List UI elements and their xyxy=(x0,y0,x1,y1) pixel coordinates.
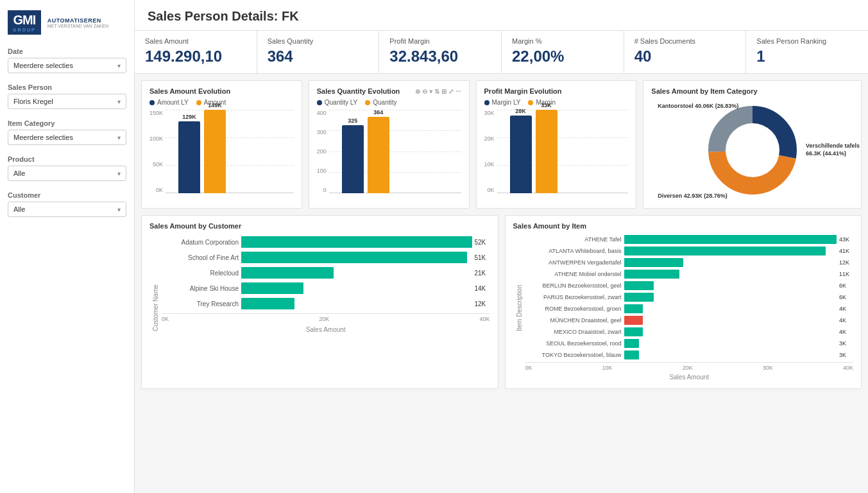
logo-tagline: MET VERSTAND VAN ZAKEN xyxy=(47,24,108,28)
filter-product-value: Alle xyxy=(13,169,25,177)
filter-customer: Customer Alle ▾ xyxy=(8,191,126,217)
chart-profit-margin-title: Profit Margin Evolution xyxy=(484,87,629,95)
logo-gmi: GMI xyxy=(13,13,35,28)
filter-item-category-label: Item Category xyxy=(8,119,126,127)
kpi-sales-amount-value: 149.290,10 xyxy=(145,48,246,65)
page-title: Sales Person Details: FK xyxy=(148,9,855,24)
kpi-margin-pct-value: 22,00% xyxy=(512,48,613,65)
filter-item-category: Item Category Meerdere selecties ▾ xyxy=(8,119,126,145)
kpi-sales-docs-label: # Sales Documents xyxy=(634,37,736,45)
view-icon[interactable]: ▾ xyxy=(429,88,432,95)
filter-customer-select[interactable]: Alle ▾ xyxy=(8,202,126,217)
customer-x-axis-label: Sales Amount xyxy=(162,326,490,333)
filter-date-label: Date xyxy=(8,48,126,55)
customer-bar-label: School of Fine Art xyxy=(162,254,239,261)
chevron-down-icon-5: ▾ xyxy=(117,206,121,213)
chart-profit-margin-evolution: Profit Margin Evolution Margin LY Margin… xyxy=(476,80,637,209)
filter-date-value: Meerdere selecties xyxy=(13,62,73,69)
kpi-sales-quantity-value: 364 xyxy=(268,48,369,65)
logo-automatiseren: AUTOMATISEREN xyxy=(47,17,108,24)
filter-item-category-select[interactable]: Meerdere selecties ▾ xyxy=(8,130,126,145)
chevron-down-icon: ▾ xyxy=(117,62,121,69)
filter-icon[interactable]: ⊖ xyxy=(422,88,427,95)
kpi-sales-quantity-label: Sales Quantity xyxy=(268,37,369,45)
ellipsis-icon[interactable]: ··· xyxy=(455,88,461,95)
chart-sales-amount-evolution: Sales Amount Evolution Amount LY Amount … xyxy=(141,80,302,209)
filter-customer-label: Customer xyxy=(8,191,126,199)
filter-item-category-value: Meerdere selecties xyxy=(13,134,73,141)
filter-product-label: Product xyxy=(8,155,126,163)
filter-customer-value: Alle xyxy=(13,205,25,213)
filter-sales-person-label: Sales Person xyxy=(8,83,126,91)
chart-sales-qty-legend: Quantity LY Quantity xyxy=(317,99,461,106)
chart-sales-amount-evolution-title: Sales Amount Evolution xyxy=(149,87,294,95)
kpi-sales-amount: Sales Amount 149.290,10 xyxy=(135,31,257,73)
svg-point-3 xyxy=(726,123,779,177)
kpi-sales-amount-label: Sales Amount xyxy=(145,37,246,45)
item-y-axis-label: Item Description xyxy=(513,234,525,382)
donut-chart xyxy=(701,99,804,202)
main-content: Sales Person Details: FK Sales Amount 14… xyxy=(135,0,868,493)
kpi-sales-docs: # Sales Documents 40 xyxy=(624,31,747,73)
search-icon[interactable]: ⊕ xyxy=(415,88,420,95)
filter-date-select[interactable]: Meerdere selecties ▾ xyxy=(8,58,126,73)
chart-sales-by-category: Sales Amount by Item Category xyxy=(643,80,862,209)
kpi-margin-pct-label: Margin % xyxy=(512,37,613,45)
chart-sales-by-category-title: Sales Amount by Item Category xyxy=(651,87,853,95)
expand-icon[interactable]: ⤢ xyxy=(448,88,454,95)
chart-sales-by-customer-title: Sales Amount by Customer xyxy=(149,222,490,230)
table-icon[interactable]: ⊞ xyxy=(441,88,447,95)
filter-sales-person-value: Floris Kregel xyxy=(13,98,53,105)
kpi-profit-margin-value: 32.843,60 xyxy=(389,48,491,65)
page-header: Sales Person Details: FK xyxy=(135,0,868,31)
filter-product-select[interactable]: Alle ▾ xyxy=(8,166,126,181)
customer-bar-label: Relecloud xyxy=(162,270,239,277)
filter-date: Date Meerdere selecties ▾ xyxy=(8,48,126,73)
kpi-profit-margin-label: Profit Margin xyxy=(389,37,491,45)
item-x-axis-label: Sales Amount xyxy=(525,374,854,381)
kpi-ranking-value: 1 xyxy=(756,48,858,65)
chart-sales-qty-title: Sales Quantity Evolution ⊕ ⊖ ▾ ⇅ ⊞ ⤢ ··· xyxy=(317,87,461,95)
chevron-down-icon-2: ▾ xyxy=(117,98,121,105)
customer-bar-label: Alpine Ski House xyxy=(162,285,239,292)
kpi-sales-docs-value: 40 xyxy=(634,48,736,65)
filter-sales-person: Sales Person Floris Kregel ▾ xyxy=(8,83,126,109)
sort-icon[interactable]: ⇅ xyxy=(434,88,439,95)
chart-sales-by-item-title: Sales Amount by Item xyxy=(513,222,854,230)
chart-sales-by-item: Sales Amount by Item Item Description AT… xyxy=(505,215,862,389)
chart-sales-qty-evolution: Sales Quantity Evolution ⊕ ⊖ ▾ ⇅ ⊞ ⤢ ···… xyxy=(309,80,470,209)
kpi-sales-quantity: Sales Quantity 364 xyxy=(257,31,380,73)
kpi-row: Sales Amount 149.290,10 Sales Quantity 3… xyxy=(135,31,868,74)
customer-y-axis-label: Customer Name xyxy=(149,234,162,382)
kpi-margin-pct: Margin % 22,00% xyxy=(502,31,624,73)
filter-product: Product Alle ▾ xyxy=(8,155,126,181)
logo-group: GROUP xyxy=(13,28,36,32)
kpi-ranking: Sales Person Ranking 1 xyxy=(746,31,868,73)
kpi-ranking-label: Sales Person Ranking xyxy=(756,37,858,45)
customer-bar-label: Adatum Corporation xyxy=(162,239,239,246)
chevron-down-icon-4: ▾ xyxy=(117,170,121,177)
sidebar: GMI GROUP AUTOMATISEREN MET VERSTAND VAN… xyxy=(0,0,135,493)
chart-sales-by-customer: Sales Amount by Customer Customer Name A… xyxy=(141,215,498,389)
chevron-down-icon-3: ▾ xyxy=(117,134,121,141)
kpi-profit-margin: Profit Margin 32.843,60 xyxy=(379,31,502,73)
filter-sales-person-select[interactable]: Floris Kregel ▾ xyxy=(8,94,126,109)
customer-bar-label: Trey Research xyxy=(162,300,239,307)
logo: GMI GROUP AUTOMATISEREN MET VERSTAND VAN… xyxy=(8,10,126,35)
